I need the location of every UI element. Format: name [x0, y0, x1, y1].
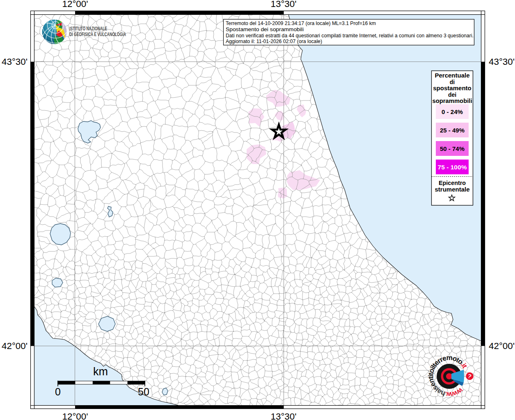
- svg-text:50 - 74%: 50 - 74%: [440, 145, 465, 152]
- svg-text:25 - 49%: 25 - 49%: [440, 127, 465, 134]
- svg-text:soprammobili: soprammobili: [433, 98, 472, 104]
- svg-text:dei: dei: [448, 91, 456, 98]
- svg-text:12°00': 12°00': [62, 412, 88, 420]
- svg-text:ISTITUTO NAZIONALE: ISTITUTO NAZIONALE: [69, 25, 107, 32]
- svg-text:strumentale: strumentale: [435, 186, 470, 193]
- svg-text:75 - 100%: 75 - 100%: [438, 164, 467, 171]
- svg-text:0: 0: [55, 386, 61, 397]
- svg-text:km: km: [93, 365, 108, 378]
- svg-text:43°30': 43°30': [489, 57, 515, 67]
- svg-text:13°30': 13°30': [271, 0, 297, 9]
- svg-text:12°00': 12°00': [62, 0, 88, 9]
- svg-text:spostamento: spostamento: [433, 85, 472, 91]
- svg-text:DI GEOFISICA E VULCANOLOGIA: DI GEOFISICA E VULCANOLOGIA: [69, 31, 126, 37]
- svg-text:Percentuale: Percentuale: [435, 72, 470, 79]
- svg-text:43°30': 43°30': [2, 57, 27, 67]
- svg-text:13°30': 13°30': [271, 412, 297, 420]
- svg-text:Spostamento dei soprammobili: Spostamento dei soprammobili: [226, 26, 304, 32]
- svg-text:0 - 24%: 0 - 24%: [442, 108, 463, 115]
- svg-text:di: di: [450, 79, 455, 85]
- svg-text:Aggiornato il: 11-01-2026 02:0: Aggiornato il: 11-01-2026 02:07 (ora loc…: [226, 38, 322, 44]
- svg-text:42°00': 42°00': [489, 341, 515, 351]
- svg-text:Terremoto del 14-10-2009 21:34: Terremoto del 14-10-2009 21:34:17 (ora l…: [226, 20, 376, 26]
- svg-text:Epicentro: Epicentro: [439, 179, 466, 186]
- svg-text:Dati non verificati estratti d: Dati non verificati estratti da 44 quest…: [226, 32, 474, 39]
- svg-text:42°00': 42°00': [2, 341, 27, 351]
- svg-text:50: 50: [138, 386, 149, 397]
